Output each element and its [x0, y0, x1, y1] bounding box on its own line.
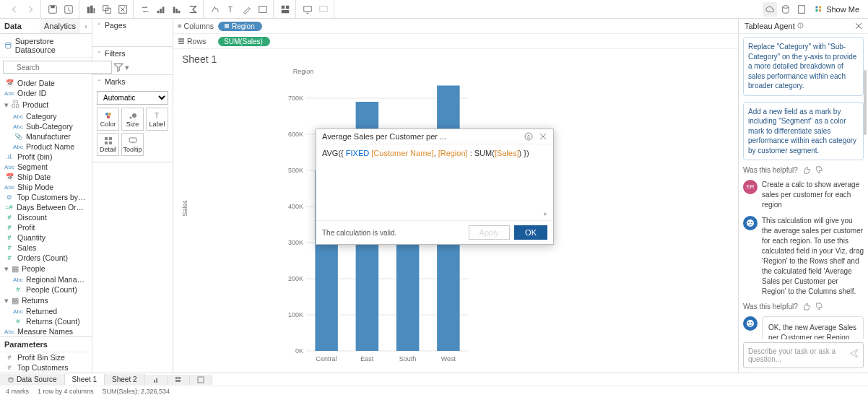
tab-sheet2[interactable]: Sheet 2: [105, 374, 144, 385]
field-quantity[interactable]: #Quantity: [0, 232, 92, 243]
svg-rect-4: [90, 5, 93, 13]
close-agent-icon[interactable]: [855, 22, 862, 30]
thumbs-up-icon[interactable]: [802, 166, 810, 174]
sort-asc-button[interactable]: [154, 2, 168, 17]
tab-data[interactable]: Data: [0, 19, 40, 33]
columns-shelf[interactable]: Columns Region: [173, 19, 738, 34]
field-orders-count[interactable]: #Orders (Count): [0, 253, 92, 263]
expand-icon[interactable]: [524, 132, 533, 141]
search-input[interactable]: [3, 61, 112, 74]
swap-button[interactable]: [138, 2, 152, 17]
bot-avatar: [743, 316, 758, 331]
marks-shelf[interactable]: ⌃Marks: [92, 75, 173, 88]
field-discount[interactable]: #Discount: [0, 212, 92, 222]
columns-pill-region[interactable]: Region: [218, 22, 262, 31]
clear-button[interactable]: [116, 2, 130, 17]
back-button[interactable]: [7, 2, 22, 17]
abc-icon: Abc: [13, 112, 23, 121]
mark-detail[interactable]: Detail: [97, 133, 119, 156]
field-order-id[interactable]: AbcOrder ID: [0, 88, 92, 98]
rows-pill-sales[interactable]: SUM(Sales): [218, 37, 270, 46]
param-top-customers[interactable]: #Top Customers: [0, 362, 92, 373]
field-ship-date[interactable]: 📅Ship Date: [0, 172, 92, 182]
datasource-icon[interactable]: [778, 2, 793, 17]
calc-formula-input[interactable]: AVG({ FIXED [Customer Name], [Region] : …: [316, 144, 553, 209]
rows-shelf[interactable]: Rows SUM(Sales): [173, 34, 738, 49]
group-returns[interactable]: ▾▦Returns: [0, 295, 92, 306]
field-profit[interactable]: #Profit: [0, 222, 92, 232]
bot-confirm: OK, the new Average Sales per Customer p…: [743, 316, 864, 339]
pages-shelf[interactable]: ⌃Pages: [92, 19, 173, 32]
group-product[interactable]: ▾品Product: [0, 98, 92, 111]
tab-sheet1[interactable]: Sheet 1: [65, 374, 105, 385]
mark-color[interactable]: Color: [97, 108, 119, 131]
revert-button[interactable]: [61, 2, 76, 17]
param-profit-bin-size[interactable]: #Profit Bin Size: [0, 352, 92, 362]
field-segment[interactable]: AbcSegment: [0, 162, 92, 172]
field-order-date[interactable]: 📅Order Date: [0, 78, 92, 88]
highlight-button[interactable]: [208, 2, 222, 17]
field-manufacturer[interactable]: 📎Manufacturer: [0, 131, 92, 142]
thumbs-down-icon[interactable]: [815, 303, 823, 310]
ok-button[interactable]: OK: [514, 225, 547, 240]
field-days-between[interactable]: =#Days Between Orde...: [0, 202, 92, 212]
tab-analytics[interactable]: Analytics: [40, 19, 80, 33]
svg-text:i: i: [799, 23, 800, 28]
agent-prompt-input[interactable]: Describe your task or ask a question...: [743, 342, 864, 368]
svg-text:600K: 600K: [288, 131, 303, 138]
field-profit-bin[interactable]: .ıl.Profit (bin): [0, 152, 92, 162]
tab-datasource[interactable]: Data Source: [0, 374, 65, 385]
datasource-selector[interactable]: Superstore Datasource: [0, 34, 92, 58]
field-returned[interactable]: AbcReturned: [0, 306, 92, 316]
close-icon[interactable]: [539, 132, 547, 141]
thumbs-down-icon[interactable]: [815, 166, 823, 174]
new-story-button[interactable]: [190, 375, 212, 385]
new-dashboard-button[interactable]: [168, 375, 190, 385]
suggestion-1[interactable]: Replace "Category" with "Sub-Category" o…: [743, 37, 864, 96]
svg-rect-46: [178, 40, 184, 42]
present-button[interactable]: [300, 2, 315, 17]
expand-caret[interactable]: ▸: [316, 209, 553, 220]
field-ship-mode[interactable]: AbcShip Mode: [0, 182, 92, 192]
sort-desc-button[interactable]: [170, 2, 184, 17]
mark-label[interactable]: TLabel: [146, 108, 168, 131]
field-category[interactable]: AbcCategory: [0, 111, 92, 121]
field-subcategory[interactable]: AbcSub-Category: [0, 121, 92, 131]
totals-button[interactable]: [186, 2, 200, 17]
field-product-name[interactable]: AbcProduct Name: [0, 142, 92, 152]
thumbs-up-icon[interactable]: [802, 303, 810, 310]
help-icon[interactable]: [794, 2, 809, 17]
field-sales[interactable]: #Sales: [0, 243, 92, 253]
save-button[interactable]: [45, 2, 60, 17]
group-people[interactable]: ▾▦People: [0, 263, 92, 274]
marks-type-select[interactable]: Automatic: [97, 91, 168, 105]
send-icon[interactable]: [849, 349, 859, 358]
mark-tooltip[interactable]: Tooltip: [121, 133, 144, 156]
abc-icon: Abc: [13, 122, 23, 131]
new-worksheet-button[interactable]: [84, 2, 98, 17]
suggestion-2[interactable]: Add a new field as a mark by including "…: [743, 102, 864, 161]
format-button[interactable]: [240, 2, 254, 17]
field-list: 📅Order Date AbcOrder ID ▾品Product AbcCat…: [0, 77, 92, 336]
field-measure-names[interactable]: AbcMeasure Names: [0, 326, 92, 336]
svg-rect-45: [178, 38, 184, 40]
new-sheet-button[interactable]: [145, 375, 168, 385]
sheet-title[interactable]: Sheet 1: [173, 49, 738, 66]
field-top-customers[interactable]: ⊘Top Customers by P...: [0, 192, 92, 202]
forward-button[interactable]: [23, 2, 38, 17]
collapse-data-pane[interactable]: ‹: [80, 19, 92, 33]
text-button[interactable]: T: [224, 2, 238, 17]
field-regional-manager[interactable]: AbcRegional Manager: [0, 274, 92, 284]
dashboard-button[interactable]: [278, 2, 292, 17]
duplicate-button[interactable]: [100, 2, 114, 17]
cloud-icon[interactable]: [763, 2, 777, 17]
mark-size[interactable]: Size: [121, 108, 144, 131]
showme-button[interactable]: Show Me: [810, 5, 864, 14]
field-returns-count[interactable]: #Returns (Count): [0, 316, 92, 326]
apply-button[interactable]: Apply: [469, 225, 511, 240]
fit-button[interactable]: [256, 2, 270, 17]
info-icon[interactable]: i: [797, 22, 804, 29]
filters-shelf[interactable]: ⌃Filters: [92, 47, 173, 60]
share-button[interactable]: [316, 2, 331, 17]
field-people-count[interactable]: #People (Count): [0, 284, 92, 295]
